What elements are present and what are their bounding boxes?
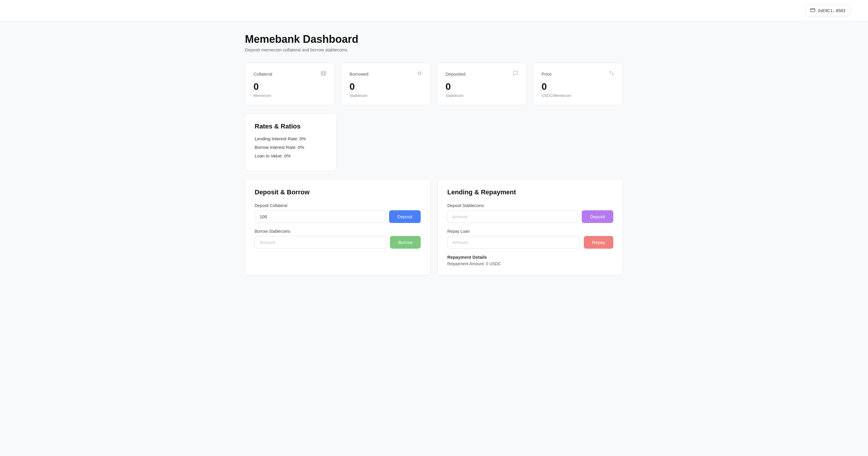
lending-repayment-title: Lending & Repayment	[447, 188, 613, 196]
borrow-stablecoins-input[interactable]	[255, 236, 386, 249]
borrowed-icon	[416, 70, 423, 78]
stat-card-collateral: Collateral 0 Memecoin	[245, 63, 335, 105]
repayment-details: Repayment Details Repayment Amount: 0 US…	[447, 255, 613, 266]
repay-loan-row: Repay	[447, 236, 613, 249]
borrow-stablecoins-group: Borrow Stablecoins Borrow	[255, 229, 421, 249]
lending-repayment-card: Lending & Repayment Deposit Stablecoins …	[438, 179, 623, 275]
stat-unit-price: USDC/Memecoin	[541, 93, 615, 98]
ltv: Loan to Value: 0%	[255, 153, 327, 158]
stat-label-collateral: Collateral	[253, 71, 272, 76]
stat-label-borrowed: Borrowed	[349, 71, 368, 76]
stat-value-borrowed: 0	[349, 81, 423, 92]
stat-label-deposited: Deposited	[445, 71, 466, 76]
deposit-stablecoins-group: Deposit Stablecoins Deposit	[447, 203, 613, 223]
stat-label-price: Price	[541, 71, 552, 76]
repayment-amount: Repayment Amount: 0 USDC	[447, 261, 613, 266]
borrow-stablecoins-label: Borrow Stablecoins	[255, 229, 421, 234]
stat-header-price: Price	[541, 70, 615, 78]
stat-header-collateral: Collateral	[253, 70, 327, 78]
wallet-address: 0xE9C1...8583	[818, 8, 845, 13]
stat-unit-deposited: Stablecoin	[445, 93, 519, 98]
deposit-stablecoins-button[interactable]: Deposit	[582, 210, 613, 223]
repay-loan-group: Repay Loan Repay	[447, 229, 613, 249]
svg-rect-1	[321, 71, 326, 75]
deposit-borrow-card: Deposit & Borrow Deposit Collateral Depo…	[245, 179, 430, 275]
deposit-collateral-row: Deposit	[255, 210, 421, 223]
bottom-row: Deposit & Borrow Deposit Collateral Depo…	[245, 179, 623, 275]
top-bar: 0xE9C1...8583	[0, 0, 868, 21]
repay-loan-label: Repay Loan	[447, 229, 613, 234]
svg-rect-0	[811, 8, 815, 12]
wallet-button[interactable]: 0xE9C1...8583	[805, 5, 850, 16]
deposit-collateral-input[interactable]	[255, 210, 385, 223]
stat-card-deposited: Deposited 0 Stablecoin	[437, 63, 527, 105]
stat-value-collateral: 0	[253, 81, 327, 92]
collateral-icon	[320, 70, 327, 78]
repay-loan-input[interactable]	[447, 236, 580, 249]
deposit-stablecoins-row: Deposit	[447, 210, 613, 223]
rates-title: Rates & Ratios	[255, 123, 327, 130]
repayment-details-title: Repayment Details	[447, 255, 613, 260]
lending-rate: Lending Interest Rate: 0%	[255, 136, 327, 141]
wallet-icon	[810, 7, 815, 13]
deposit-collateral-button[interactable]: Deposit	[389, 210, 421, 223]
repay-loan-button[interactable]: Repay	[584, 236, 613, 249]
price-icon	[609, 70, 615, 78]
main-container: Memebank Dashboard Deposit memecoin coll…	[227, 21, 641, 287]
stat-value-deposited: 0	[445, 81, 519, 92]
stats-row: Collateral 0 Memecoin Borrowed	[245, 63, 623, 105]
deposit-collateral-group: Deposit Collateral Deposit	[255, 203, 421, 223]
page-subtitle: Deposit memecoin collateral and borrow s…	[245, 47, 623, 52]
deposited-icon	[513, 70, 519, 78]
deposit-collateral-label: Deposit Collateral	[255, 203, 421, 208]
deposit-stablecoins-label: Deposit Stablecoins	[447, 203, 613, 208]
borrow-stablecoins-button[interactable]: Borrow	[390, 236, 421, 249]
deposit-stablecoins-input[interactable]	[447, 210, 578, 223]
stat-header-borrowed: Borrowed	[349, 70, 423, 78]
stat-unit-borrowed: Stablecoin	[349, 93, 423, 98]
deposit-borrow-title: Deposit & Borrow	[255, 188, 421, 196]
svg-point-6	[418, 72, 421, 74]
stat-header-deposited: Deposited	[445, 70, 519, 78]
stat-card-price: Price 0 USDC/Memecoin	[533, 63, 623, 105]
stat-value-price: 0	[541, 81, 615, 92]
stat-unit-collateral: Memecoin	[253, 93, 327, 98]
stat-card-borrowed: Borrowed 0 Stablecoin	[341, 63, 431, 105]
borrow-stablecoins-row: Borrow	[255, 236, 421, 249]
rates-card: Rates & Ratios Lending Interest Rate: 0%…	[245, 113, 337, 171]
borrow-rate: Borrow Interest Rate: 0%	[255, 145, 327, 150]
page-title: Memebank Dashboard	[245, 33, 623, 45]
